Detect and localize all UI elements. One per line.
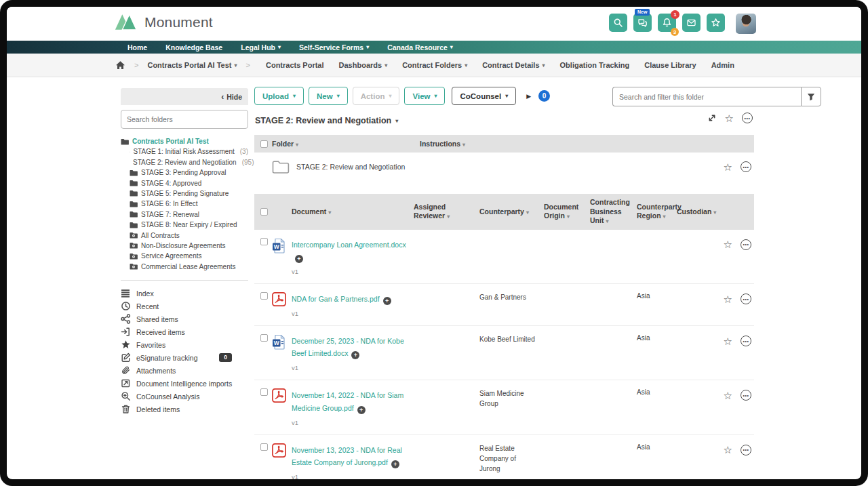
favorite-row-icon[interactable] [724, 445, 732, 455]
tree-folder-stage4[interactable]: STAGE 4: Approved [130, 179, 248, 188]
menu-contract-folders[interactable]: Contract Folders [402, 61, 467, 69]
sidebar-item-deleted[interactable]: Deleted items [121, 403, 248, 416]
breadcrumb-root[interactable]: Contracts Portal AI Test [147, 61, 237, 69]
instructions-column-header[interactable]: Instructions [420, 140, 465, 148]
nav-canada-resource[interactable]: Canada Resource [387, 43, 453, 52]
menu-dashboards[interactable]: Dashboards [339, 61, 388, 69]
sidebar-item-shared[interactable]: Shared items [121, 313, 248, 325]
home-icon[interactable] [115, 60, 125, 70]
hide-sidebar-button[interactable]: ‹ Hide [121, 88, 248, 105]
document-origin-column-header[interactable]: Document Origin [544, 203, 578, 220]
chat-button[interactable]: New [633, 14, 652, 32]
view-button[interactable]: View [404, 87, 445, 105]
sidebar-item-favorites[interactable]: Favorites [121, 339, 248, 351]
menu-contracts-portal[interactable]: Contracts Portal [266, 61, 324, 69]
counterparty-region-column-header[interactable]: Counterparty Region [637, 203, 682, 220]
tree-folder-stage7[interactable]: STAGE 7: Renewal [130, 210, 248, 219]
nav-self-service-forms[interactable]: Self-Service Forms [299, 43, 369, 52]
sidebar-item-attachments[interactable]: Attachments [121, 365, 248, 377]
add-icon[interactable] [391, 460, 399, 468]
tree-root-folder[interactable]: Contracts Portal AI Test [121, 137, 248, 146]
document-column-header[interactable]: Document [292, 207, 331, 216]
tree-smart-folder-service[interactable]: Service Agreements [130, 251, 248, 260]
tree-smart-folder-nda[interactable]: Non-Disclosure Agreements [130, 241, 248, 250]
add-icon[interactable] [357, 406, 366, 414]
sidebar-item-cocounsel-analysis[interactable]: CoCounsel Analysis [121, 390, 248, 403]
favorite-row-icon[interactable] [724, 390, 732, 401]
add-icon[interactable] [351, 351, 359, 359]
sidebar-item-recent[interactable]: Recent [121, 300, 248, 312]
folder-title-dropdown[interactable]: STAGE 2: Review and Negotiation [255, 116, 398, 125]
row-options-icon[interactable] [741, 445, 751, 455]
menu-clause-library[interactable]: Clause Library [644, 61, 696, 69]
tree-smart-folder-all-contracts[interactable]: All Contracts [130, 231, 248, 240]
tree-folder-stage3[interactable]: STAGE 3: Pending Approval [130, 168, 248, 177]
monument-logo[interactable]: Monument [114, 12, 213, 32]
tree-folder-stage8[interactable]: STAGE 8: Near Expiry / Expired [130, 220, 248, 229]
counterparty-column-header[interactable]: Counterparty [479, 207, 529, 216]
notifications-button[interactable]: 1 3 [658, 14, 676, 32]
folder-row[interactable]: STAGE 2: Review and Negotiation [254, 153, 754, 181]
upload-button[interactable]: Upload [254, 87, 304, 105]
favorite-row-icon[interactable] [724, 294, 732, 304]
tree-folder-stage1[interactable]: STAGE 1: Initial Risk Assessment(3) [130, 147, 248, 156]
expand-icon[interactable] [707, 113, 717, 123]
region-cell: Asia [637, 334, 677, 342]
document-link[interactable]: November 13, 2023 - NDA for Real Estate … [292, 446, 402, 466]
document-link[interactable]: Intercompany Loan Agreement.docx [292, 241, 406, 249]
row-options-icon[interactable] [741, 161, 751, 172]
tree-folder-stage5[interactable]: STAGE 5: Pending Signature [130, 189, 248, 198]
select-all-documents-checkbox[interactable] [260, 208, 268, 216]
menu-obligation-tracking[interactable]: Obligation Tracking [560, 61, 630, 69]
custodian-column-header[interactable]: Custodian [677, 207, 716, 216]
nav-knowledge-base[interactable]: Knowledge Base [165, 43, 222, 52]
favorites-button[interactable] [707, 14, 725, 32]
favorite-row-icon[interactable] [724, 162, 732, 172]
more-options-icon[interactable] [742, 113, 753, 123]
document-link[interactable]: NDA for Gan & Partners.pdf [292, 295, 380, 303]
tree-smart-folder-lease[interactable]: Commercial Lease Agreements [130, 262, 248, 271]
cocounsel-button[interactable]: CoCounsel [452, 87, 516, 105]
tree-folder-stage6[interactable]: STAGE 6: In Effect [130, 199, 248, 208]
add-icon[interactable] [383, 297, 391, 305]
row-options-icon[interactable] [741, 239, 751, 250]
sidebar-item-doc-intelligence[interactable]: Document Intelligence imports [121, 378, 248, 390]
select-all-folders-checkbox[interactable] [260, 140, 268, 148]
new-button[interactable]: New [309, 87, 348, 105]
user-avatar[interactable] [736, 14, 756, 34]
add-icon[interactable] [295, 255, 303, 263]
row-checkbox[interactable] [260, 238, 268, 245]
tree-folder-stage2[interactable]: STAGE 2: Review and Negotiation(95) [130, 158, 248, 167]
folder-column-header[interactable]: Folder [272, 140, 298, 148]
row-options-icon[interactable] [741, 293, 751, 304]
row-options-icon[interactable] [741, 336, 751, 346]
favorite-folder-icon[interactable] [725, 113, 734, 123]
search-button[interactable] [609, 14, 627, 32]
menu-admin[interactable]: Admin [711, 61, 734, 69]
row-checkbox[interactable] [260, 443, 268, 451]
action-button[interactable]: Action [353, 87, 400, 105]
folder-search-input[interactable] [121, 110, 248, 129]
sidebar-item-esignature[interactable]: eSignature tracking0 [121, 352, 248, 364]
filter-search-input[interactable] [612, 87, 801, 106]
folder-row-label[interactable]: STAGE 2: Review and Negotiation [296, 163, 405, 171]
row-options-icon[interactable] [741, 390, 751, 401]
filter-button[interactable] [801, 87, 821, 106]
sidebar-item-received[interactable]: Received items [121, 326, 248, 338]
favorite-row-icon[interactable] [724, 336, 732, 346]
document-link[interactable]: December 25, 2023 - NDA for Kobe Beef Li… [292, 337, 404, 357]
row-checkbox[interactable] [260, 334, 268, 342]
expand-queue-icon[interactable]: ▶ [526, 93, 531, 100]
row-checkbox[interactable] [260, 388, 268, 396]
menu-contract-details[interactable]: Contract Details [482, 61, 545, 69]
nav-home[interactable]: Home [127, 43, 147, 52]
mail-button[interactable] [682, 14, 701, 32]
sidebar-item-index[interactable]: Index [121, 287, 248, 300]
svg-text:W: W [274, 243, 280, 250]
document-link[interactable]: November 14, 2022 - NDA for Siam Medicin… [292, 391, 403, 411]
assigned-reviewer-column-header[interactable]: Assigned Reviewer [414, 203, 450, 220]
favorite-row-icon[interactable] [724, 239, 732, 249]
contracting-business-unit-column-header[interactable]: Contracting Business Unit [590, 198, 630, 224]
row-checkbox[interactable] [260, 292, 268, 300]
nav-legal-hub[interactable]: Legal Hub [241, 43, 281, 52]
